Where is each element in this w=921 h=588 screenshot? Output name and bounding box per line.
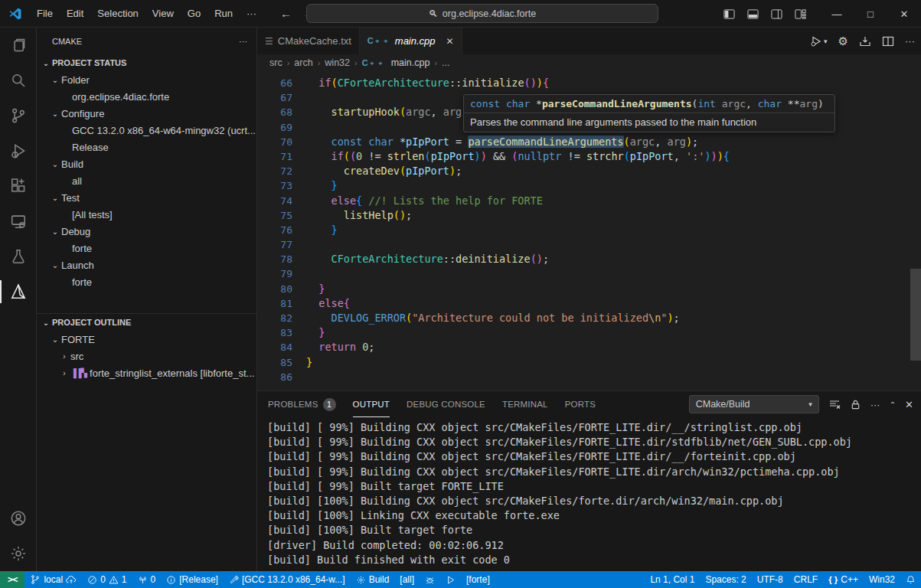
line-number: 71 — [257, 149, 292, 164]
close-button[interactable]: ✕ — [887, 0, 921, 28]
run-and-debug-icon[interactable] — [0, 133, 37, 168]
status-remote-indicator[interactable]: >< — [0, 571, 24, 588]
tree-item[interactable]: GCC 13.2.0 x86_64-w64-mingw32 (ucrt... — [37, 122, 256, 139]
breadcrumb-item-src[interactable]: src — [269, 57, 283, 68]
panel-tab-problems[interactable]: PROBLEMS1 — [268, 391, 336, 417]
breadcrumb-item-win32[interactable]: win32 — [325, 57, 350, 68]
lock-scroll-icon[interactable] — [850, 399, 861, 410]
panel-tab-terminal[interactable]: TERMINAL — [502, 391, 548, 417]
status-cmake-target[interactable]: [all] — [394, 571, 420, 588]
status-cursor-position[interactable]: Ln 1, Col 1 — [645, 571, 700, 588]
breadcrumb-item-arch[interactable]: arch — [294, 57, 312, 68]
code-line-77: 77 — [257, 237, 921, 252]
panel-tab-debug-console[interactable]: DEBUG CONSOLE — [407, 391, 485, 417]
toggle-secondary-sidebar-icon[interactable] — [771, 8, 782, 20]
tree-item[interactable]: ⌄Folder — [37, 71, 256, 88]
tree-item[interactable]: ⌄Launch — [37, 256, 256, 273]
menu-item-selection[interactable]: Selection — [90, 4, 145, 24]
problems-badge: 1 — [323, 398, 336, 411]
tree-item[interactable]: forte — [37, 273, 256, 290]
panel-more-icon[interactable]: ··· — [870, 399, 880, 410]
text-file-icon: ☰ — [265, 36, 273, 47]
tree-item[interactable]: all — [37, 172, 256, 189]
search-icon[interactable] — [0, 63, 37, 98]
toggle-panel-icon[interactable] — [747, 8, 759, 20]
breadcrumb-item-[interactable]: ... — [442, 57, 449, 68]
menu-item-edit[interactable]: Edit — [60, 4, 90, 24]
menu-item-view[interactable]: View — [145, 4, 181, 24]
source-control-icon[interactable] — [0, 98, 37, 133]
breadcrumb-item-maincpp[interactable]: main.cpp — [391, 57, 430, 68]
more-actions-icon[interactable]: ··· — [905, 35, 915, 47]
status-language-mode[interactable]: { }C++ — [823, 571, 864, 588]
menu-item-file[interactable]: File — [30, 4, 60, 24]
panel-close-icon[interactable]: ✕ — [905, 399, 913, 410]
code-line-74: 74 else{ //! Lists the help for FORTE — [257, 194, 921, 208]
clear-output-icon[interactable] — [828, 398, 841, 410]
breadcrumb-separator: › — [287, 58, 290, 67]
panel-tab-ports[interactable]: PORTS — [565, 391, 596, 417]
command-center-search[interactable]: 🔍︎ org.eclipse.4diac.forte — [306, 4, 658, 23]
accounts-icon[interactable] — [0, 501, 37, 536]
panel-tab-output[interactable]: OUTPUT — [353, 391, 390, 417]
editor-scrollbar[interactable] — [910, 269, 921, 361]
minimize-button[interactable]: — — [820, 0, 854, 28]
output-log[interactable]: [build] [ 99%] Building CXX object src/C… — [257, 417, 921, 571]
code-line-71: 71 if((0 != strlen(pIpPort)) && (nullptr… — [257, 149, 921, 164]
toggle-sidebar-icon[interactable] — [723, 8, 735, 20]
output-channel-select[interactable]: CMake/Build ▾ — [689, 395, 819, 413]
status-cmake-build[interactable]: Build — [351, 571, 395, 588]
manage-gear-icon[interactable] — [0, 536, 37, 571]
status-cmake-debug[interactable] — [420, 571, 440, 588]
status-problems-status[interactable]: 01 — [82, 571, 132, 588]
close-tab-icon[interactable]: ✕ — [446, 36, 454, 47]
remote-explorer-icon[interactable] — [0, 204, 37, 239]
tree-item[interactable]: ›src — [37, 348, 256, 364]
menu-item-go[interactable]: Go — [181, 4, 207, 24]
panel-maximize-icon[interactable]: ⌃ — [890, 400, 896, 409]
section-header-project-status[interactable]: ⌄PROJECT STATUS — [37, 54, 256, 71]
cmake-icon[interactable] — [0, 274, 37, 309]
status-cmake-variant[interactable]: [Release] — [161, 571, 224, 588]
tree-item[interactable]: ⌄Debug — [37, 223, 256, 240]
maximize-button[interactable]: □ — [854, 0, 887, 28]
tab-main-cpp[interactable]: C﹢﹢main.cpp✕ — [360, 28, 462, 54]
explorer-icon[interactable] — [0, 28, 37, 63]
nav-back-icon[interactable]: ← — [280, 7, 292, 20]
split-editor-icon[interactable] — [882, 35, 894, 47]
tree-item[interactable]: ⌄Test — [37, 189, 256, 206]
extensions-icon[interactable] — [0, 168, 37, 204]
status-indentation[interactable]: Spaces: 2 — [700, 571, 751, 588]
sidebar-more-icon[interactable]: ··· — [239, 37, 247, 46]
activity-bar — [0, 28, 37, 571]
section-header-project-outline[interactable]: ⌄PROJECT OUTLINE — [37, 313, 256, 331]
status-platform[interactable]: Win32 — [864, 571, 900, 588]
breadcrumb[interactable]: src›arch›win32›C﹢﹢main.cpp›... — [257, 54, 921, 71]
tab-cmakecache-txt[interactable]: ☰CMakeCache.txt — [257, 28, 360, 54]
tree-item[interactable]: [All tests] — [37, 206, 256, 223]
run-or-debug-button[interactable]: ▾ — [810, 35, 828, 47]
status-branch-status[interactable]: local — [24, 571, 82, 588]
tree-item[interactable]: forte — [37, 240, 256, 256]
tree-item[interactable]: ⌄Build — [37, 155, 256, 172]
code-editor[interactable]: 66 if(CForteArchitecture::initialize()){… — [257, 71, 921, 390]
settings-gear-icon[interactable]: ⚙ — [838, 34, 848, 48]
tree-item[interactable]: ⌄Configure — [37, 105, 256, 122]
tree-item[interactable]: ›▐▐▚forte_stringlist_externals [libforte… — [37, 364, 256, 381]
tree-item[interactable]: org.eclipse.4diac.forte — [37, 88, 256, 105]
customize-layout-icon[interactable] — [795, 8, 806, 20]
status-encoding[interactable]: UTF-8 — [752, 571, 789, 588]
status-ports-status[interactable]: 0 — [132, 571, 162, 588]
install-artifact-icon[interactable] — [859, 35, 871, 47]
status-launch-target[interactable]: [forte] — [461, 571, 495, 588]
status-cmake-launch[interactable] — [440, 571, 461, 588]
command-center-text: org.eclipse.4diac.forte — [443, 8, 536, 19]
status-cmake-kit[interactable]: [GCC 13.2.0 x86_64-w...] — [224, 571, 351, 588]
tree-item[interactable]: Release — [37, 139, 256, 155]
menu-item-[interactable]: ··· — [240, 4, 263, 24]
menu-item-run[interactable]: Run — [207, 4, 240, 24]
status-notifications[interactable] — [900, 571, 921, 588]
tree-item[interactable]: ⌄FORTE — [37, 331, 256, 348]
testing-icon[interactable] — [0, 239, 37, 274]
status-eol[interactable]: CRLF — [789, 571, 823, 588]
